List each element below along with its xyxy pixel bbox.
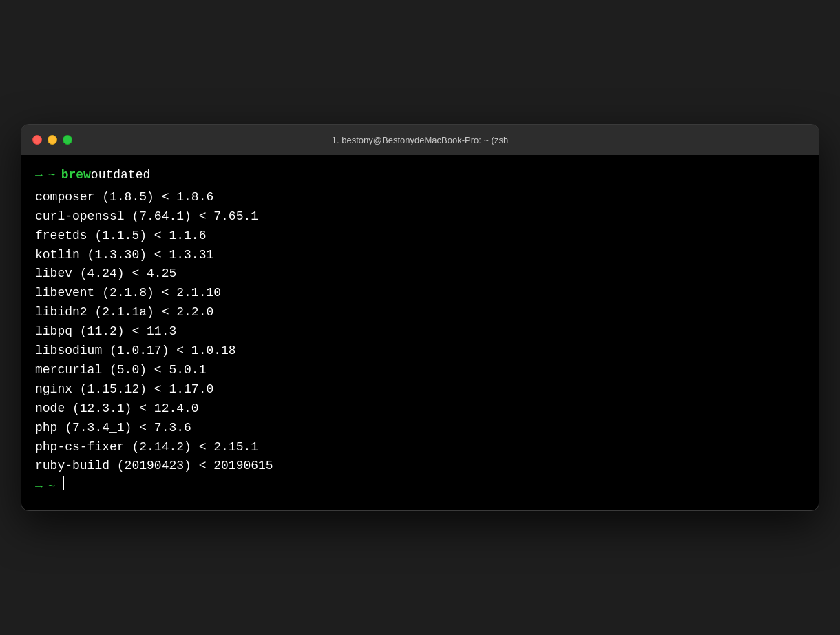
close-button[interactable]: [32, 135, 42, 145]
traffic-lights: [32, 135, 72, 145]
list-item: freetds (1.1.5) < 1.1.6: [35, 227, 805, 246]
brew-command: brew: [61, 166, 91, 185]
command-args: outdated: [91, 166, 150, 185]
list-item: composer (1.8.5) < 1.8.6: [35, 188, 805, 207]
maximize-button[interactable]: [63, 135, 72, 145]
list-item: libsodium (1.0.17) < 1.0.18: [35, 342, 805, 361]
list-item: libpq (11.2) < 11.3: [35, 322, 805, 342]
list-item: libev (4.24) < 4.25: [35, 264, 805, 284]
cursor-prompt-arrow: →: [35, 477, 43, 497]
minimize-button[interactable]: [48, 135, 57, 145]
cursor-line: → ~: [35, 476, 805, 497]
cursor-prompt-tilde: ~: [48, 477, 56, 497]
prompt-tilde: ~: [48, 166, 56, 185]
list-item: curl-openssl (7.64.1) < 7.65.1: [35, 207, 805, 227]
list-item: nginx (1.15.12) < 1.17.0: [35, 380, 805, 399]
list-item: php (7.3.4_1) < 7.3.6: [35, 419, 805, 438]
list-item: ruby-build (20190423) < 20190615: [35, 457, 805, 476]
prompt-arrow: →: [35, 166, 43, 185]
command-prompt-line: → ~ brew outdated: [35, 166, 805, 185]
output-container: composer (1.8.5) < 1.8.6curl-openssl (7.…: [35, 188, 805, 476]
list-item: php-cs-fixer (2.14.2) < 2.15.1: [35, 438, 805, 457]
list-item: libidn2 (2.1.1a) < 2.2.0: [35, 303, 805, 322]
window-title: 1. bestony@BestonydeMacBook-Pro: ~ (zsh: [332, 135, 508, 145]
list-item: kotlin (1.3.30) < 1.3.31: [35, 246, 805, 265]
terminal-cursor: [63, 476, 64, 490]
list-item: node (12.3.1) < 12.4.0: [35, 399, 805, 419]
terminal-body[interactable]: → ~ brew outdated composer (1.8.5) < 1.8…: [21, 155, 819, 510]
terminal-window: 1. bestony@BestonydeMacBook-Pro: ~ (zsh …: [21, 124, 819, 511]
list-item: libevent (2.1.8) < 2.1.10: [35, 284, 805, 303]
list-item: mercurial (5.0) < 5.0.1: [35, 361, 805, 380]
titlebar: 1. bestony@BestonydeMacBook-Pro: ~ (zsh: [21, 125, 819, 155]
